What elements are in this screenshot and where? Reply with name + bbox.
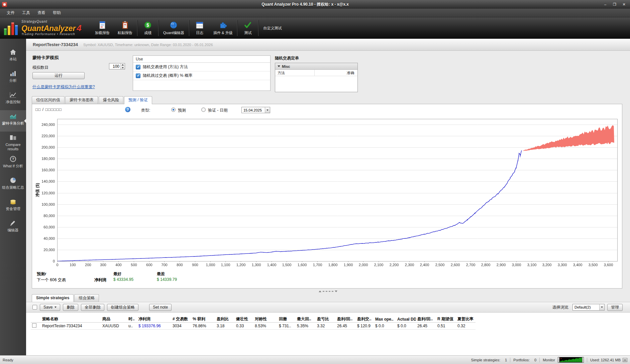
column-header[interactable]: 商品: [101, 316, 127, 323]
sidebar-item-editor[interactable]: 编辑器: [0, 217, 26, 238]
forecast-radio[interactable]: [171, 108, 176, 112]
strategy-row[interactable]: ReportTester-7334234 XAUUSD u.. $ 193376…: [31, 323, 476, 330]
save-button[interactable]: Save: [40, 304, 60, 311]
column-header[interactable]: 时..: [127, 316, 137, 323]
montecarlo-help-link[interactable]: 什么是蒙特卡罗模拟为什么很重要?: [32, 84, 95, 90]
column-header[interactable]: Max ope..: [374, 316, 396, 323]
sidebar-item-monte-carlo[interactable]: 蒙特卡洛分析: [0, 110, 26, 132]
logo-bars-icon: [3, 20, 19, 36]
column-header[interactable]: 净利润: [137, 316, 171, 323]
sidebar-item-what-if[interactable]: ? What If 分析: [0, 153, 26, 174]
row-checkbox[interactable]: [32, 323, 36, 328]
sidebar-item-money-management[interactable]: 资金管理: [0, 196, 26, 217]
menu-help[interactable]: 帮助: [49, 9, 64, 17]
tab-portfolios[interactable]: 组合策略: [74, 294, 99, 302]
run-button[interactable]: 运行: [32, 72, 85, 79]
plugins-button[interactable]: 插件 & 升级: [209, 17, 236, 39]
info-icon[interactable]: ?: [125, 107, 130, 112]
load-report-button[interactable]: 加载报告: [91, 17, 114, 39]
validation-date-select[interactable]: 15.04.2025: [241, 107, 270, 113]
collapse-up-icon: [319, 291, 321, 292]
cell-actual-dd: $ 0.0: [396, 323, 416, 330]
select-all-checkbox[interactable]: [32, 305, 37, 310]
orders-group-label: Misc: [282, 64, 290, 68]
tab-simple-strategies[interactable]: Simple strategies: [32, 294, 74, 302]
tab-confidence-values[interactable]: 信任区间的值: [32, 96, 65, 104]
test-button[interactable]: 测试: [238, 17, 257, 39]
skip-trades-checkbox[interactable]: [136, 73, 140, 78]
toolbar-button-label: 测试: [244, 30, 251, 35]
app-icon: [2, 2, 7, 7]
spinner-arrows[interactable]: [120, 63, 125, 69]
sidebar-item-portfolio-summary[interactable]: 组合策略汇总: [0, 174, 26, 196]
tab-risk-of-ruin[interactable]: 爆仓风险: [99, 96, 123, 104]
column-header[interactable]: % 获利: [191, 316, 215, 323]
manage-button[interactable]: 管理: [607, 304, 623, 311]
montecarlo-title: 蒙特卡罗模拟: [32, 55, 59, 61]
randomize-trades-checkbox[interactable]: [136, 65, 140, 69]
sidebar-item-analysis[interactable]: 分析: [0, 67, 26, 89]
menu-view[interactable]: 查看: [34, 9, 49, 17]
minimize-button[interactable]: –: [601, 1, 609, 7]
forecast-label: 预测r: [37, 271, 46, 277]
delete-button[interactable]: 删除: [63, 304, 78, 311]
column-header[interactable]: 对称性: [253, 316, 278, 323]
validate-radio[interactable]: [201, 108, 206, 112]
sidebar-item-home[interactable]: 本站: [0, 46, 26, 67]
use-option-label: 随机交易使用 (方法) 方法: [143, 64, 188, 70]
maximize-button[interactable]: ❐: [611, 1, 619, 7]
custom-test-button[interactable]: 自定义测试: [259, 17, 286, 39]
sidebar-item-equity-control[interactable]: 净值控制: [0, 89, 26, 110]
sidebar-item-compare-results[interactable]: Compare results: [0, 132, 26, 153]
combo-arrow-icon[interactable]: [599, 304, 604, 310]
view-select[interactable]: Default(2): [572, 304, 605, 311]
column-header[interactable]: 回撤: [278, 316, 296, 323]
menu-tools[interactable]: 工具: [19, 9, 33, 17]
column-header[interactable]: 夏普比率: [456, 316, 476, 323]
simple-strategies-count: 1: [505, 358, 507, 362]
combo-arrow-icon[interactable]: [265, 107, 270, 113]
column-header[interactable]: 最大回..: [296, 316, 316, 323]
log-button[interactable]: 日志: [190, 17, 209, 39]
set-note-button[interactable]: Set note: [149, 304, 172, 311]
close-button[interactable]: ✕: [620, 1, 628, 7]
orders-method-row[interactable]: 方法 准确: [275, 70, 357, 76]
menu-file[interactable]: 文件: [3, 9, 18, 17]
method-value: 准确: [315, 70, 357, 75]
cell-return-dd: 26.45: [336, 323, 356, 330]
toolbar-button-label: 自定义测试: [263, 26, 282, 31]
column-header[interactable]: R 期望值: [436, 316, 456, 323]
column-header[interactable]: 盈利比: [215, 316, 235, 323]
strategies-tabs: Simple strategies 组合策略: [26, 294, 630, 302]
column-header[interactable]: 盈利/回..: [336, 316, 356, 323]
forecast-radio-label[interactable]: 预测: [178, 108, 186, 113]
use-panel-header: Use: [133, 56, 270, 63]
create-portfolio-button[interactable]: 创建组合策略: [107, 304, 138, 311]
tab-montecarlo-chart[interactable]: 蒙特卡洛图表: [65, 96, 98, 104]
report-meta: Symbol: XAUUSD, Timeframe: unknown, Date…: [83, 43, 213, 47]
simulation-count-input[interactable]: 100: [109, 63, 125, 69]
column-header[interactable]: 策略名称: [41, 316, 101, 323]
column-header[interactable]: # 交易数: [171, 316, 191, 323]
toolbar-separator: [137, 20, 137, 36]
sidebar-item-label: 资金管理: [6, 207, 20, 211]
validate-radio-label[interactable]: 验证 - 日期: [208, 108, 228, 113]
column-header[interactable]: 盈利交..: [356, 316, 374, 323]
column-header[interactable]: 盈亏比: [316, 316, 336, 323]
home-icon: [9, 48, 17, 56]
paste-report-button[interactable]: 粘贴报告: [114, 17, 136, 39]
column-header[interactable]: 健壮性: [235, 316, 253, 323]
column-header[interactable]: 盈利/回..: [416, 316, 436, 323]
score-button[interactable]: $ 成绩: [138, 17, 158, 39]
monitor-chart-thumbnail[interactable]: [558, 357, 584, 363]
orders-group-header[interactable]: Misc: [275, 63, 357, 70]
panel-collapse-control[interactable]: [319, 291, 337, 292]
quant-editor-button[interactable]: Quant编辑器: [159, 17, 188, 39]
browse-label: 选择浏览: [552, 305, 568, 310]
net-profit-label: 净利润: [94, 277, 106, 283]
cell-strategy-name: ReportTester-7334234: [41, 323, 101, 330]
tab-forecast-validation[interactable]: 预测 / 验证: [124, 96, 152, 104]
delete-all-button[interactable]: 全部删除: [81, 304, 104, 311]
sidebar-item-label: 组合策略汇总: [2, 185, 24, 190]
column-header[interactable]: Actual DD: [396, 316, 416, 323]
